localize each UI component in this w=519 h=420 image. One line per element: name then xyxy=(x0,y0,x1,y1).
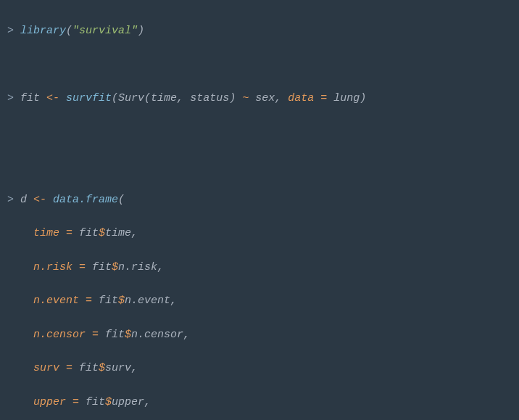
code-line: > library("survival") xyxy=(7,22,512,39)
arg-data: data = xyxy=(288,92,327,104)
code-line: > d <- data.frame( xyxy=(7,192,512,208)
fn-survfit: survfit xyxy=(66,92,112,104)
code-line: n.censor = fit$n.censor, xyxy=(7,326,512,343)
code-line: n.event = fit$n.event, xyxy=(7,292,512,309)
blank-line xyxy=(7,157,512,174)
arg-nrisk: n.risk = xyxy=(33,261,86,273)
r-console[interactable]: > library("survival") > fit <- survfit(S… xyxy=(0,0,519,420)
prompt: > xyxy=(7,194,14,206)
code-line: upper = fit$upper, xyxy=(7,394,512,411)
prompt: > xyxy=(7,92,14,104)
arg-nevent: n.event = xyxy=(33,295,92,307)
code-line: time = fit$time, xyxy=(7,225,512,242)
arg-ncensor: n.censor = xyxy=(33,329,99,341)
arg-upper: upper = xyxy=(33,396,79,408)
arg-surv: surv = xyxy=(33,362,72,374)
code-line: surv = fit$surv, xyxy=(7,360,512,376)
code-line: n.risk = fit$n.risk, xyxy=(7,259,512,276)
arg-time: time = xyxy=(33,227,72,239)
fn-dataframe: data.frame xyxy=(53,194,118,206)
tilde-op: ~ xyxy=(242,92,249,104)
code-line: > fit <- survfit(Surv(time, status) ~ se… xyxy=(7,90,512,107)
prompt: > xyxy=(7,25,14,37)
assign-op: <- xyxy=(46,92,59,104)
pkg-name: "survival" xyxy=(72,25,138,37)
fn-library: library xyxy=(20,25,66,37)
assign-op: <- xyxy=(33,194,46,206)
blank-line xyxy=(7,57,512,73)
blank-line xyxy=(7,124,512,141)
dollar-op: $ xyxy=(99,227,105,239)
